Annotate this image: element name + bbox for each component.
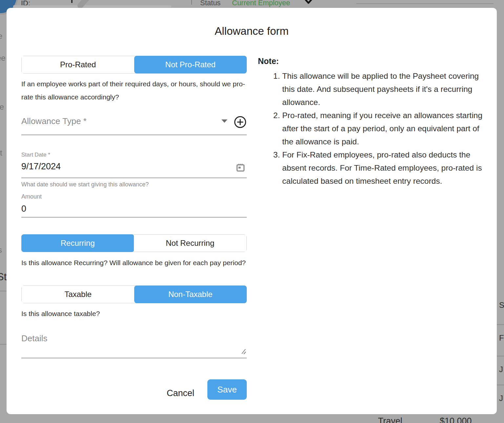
add-allowance-type-button[interactable]	[234, 116, 247, 130]
not-prorated-option-button[interactable]: Not Pro-Rated	[134, 56, 247, 74]
note-item: Pro-rated, meaning if you receive an all…	[282, 109, 484, 148]
taxable-helper-text: Is this allowance taxable?	[21, 307, 248, 320]
bg-right-fragment: J	[499, 365, 503, 374]
allowance-type-select[interactable]: Allowance Type *	[21, 116, 87, 126]
background-text-fragment	[71, 0, 73, 3]
start-date-label: Start Date *	[21, 152, 50, 158]
amount-label: Amount	[21, 193, 42, 200]
bg-right-rule	[497, 356, 504, 356]
employee-id-field-underline	[13, 5, 171, 8]
cancel-button[interactable]: Cancel	[154, 384, 207, 402]
non-taxable-option-button[interactable]: Non-Taxable	[134, 286, 247, 303]
note-heading: Note:	[258, 56, 279, 66]
bg-left-fragment: s	[0, 245, 2, 255]
chevron-down-icon[interactable]	[304, 0, 312, 6]
resize-handle-icon[interactable]	[240, 348, 247, 356]
bg-table-cell-travel: Travel	[378, 416, 402, 423]
recurring-toggle-group: Recurring Not Recurring	[21, 234, 247, 252]
taxable-option-button[interactable]: Taxable	[22, 286, 135, 303]
note-list: This allowance will be applied to the Pa…	[258, 70, 484, 188]
save-button[interactable]: Save	[207, 379, 247, 400]
prorate-toggle-group: Pro-Rated Not Pro-Rated	[21, 56, 247, 74]
bg-right-fragment: F	[499, 333, 504, 343]
amount-input[interactable]: 0	[21, 204, 26, 214]
background-rule	[356, 3, 494, 4]
status-value[interactable]: Current Employee	[232, 0, 290, 7]
bg-left-rule	[0, 291, 7, 291]
dialog-title: Allowance form	[7, 25, 497, 37]
prorate-helper-text: If an employee works part of their requi…	[21, 77, 248, 104]
note-item: For Fix-Rated employees, pro-rated also …	[282, 148, 484, 188]
recurring-option-button[interactable]: Recurring	[21, 234, 134, 252]
bg-right-rule	[497, 324, 504, 325]
bg-left-fragment: St	[0, 271, 7, 283]
allowance-form-dialog: Allowance form Pro-Rated Not Pro-Rated I…	[7, 8, 497, 414]
allowance-type-underline	[21, 135, 247, 135]
bg-left-fragment: te	[0, 102, 4, 112]
details-underline	[21, 358, 247, 358]
calendar-icon[interactable]	[236, 163, 245, 174]
bg-left-fragment: e	[0, 32, 2, 41]
bg-right-fragment: J	[499, 394, 503, 403]
recurring-helper-text: Is this allowance Recurring? Will allowa…	[21, 256, 248, 269]
start-date-input[interactable]: 9/17/2024	[21, 161, 61, 172]
note-item: This allowance will be applied to the Pa…	[282, 70, 484, 109]
status-label: Status	[200, 0, 220, 7]
bg-left-rule	[0, 344, 7, 345]
prorated-option-button[interactable]: Pro-Rated	[22, 56, 135, 73]
bg-right-fragment: S	[499, 301, 504, 310]
not-recurring-option-button[interactable]: Not Recurring	[134, 235, 247, 252]
select-caret-icon[interactable]	[221, 119, 227, 123]
bg-right-rule	[497, 385, 504, 385]
bg-left-fragment: ee	[0, 53, 6, 63]
details-textarea[interactable]: Details	[21, 333, 47, 344]
bg-left-fragment: rt	[0, 148, 2, 158]
start-date-underline	[21, 178, 247, 178]
amount-underline	[21, 217, 247, 218]
taxable-toggle-group: Taxable Non-Taxable	[21, 286, 247, 303]
header-divider	[191, 0, 192, 5]
bg-table-cell-amount: $10,000	[440, 416, 472, 423]
start-date-helper: What date should we start giving this al…	[21, 181, 149, 188]
